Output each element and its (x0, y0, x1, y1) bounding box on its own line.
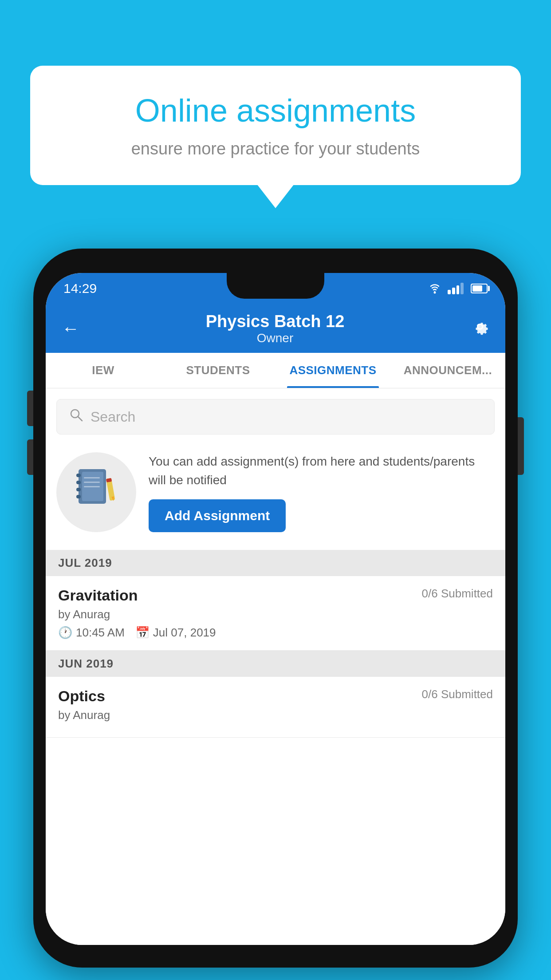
settings-button[interactable] (471, 317, 489, 340)
svg-rect-10 (84, 482, 100, 483)
assignment-meta: 🕐 10:45 AM 📅 Jul 07, 2019 (58, 626, 493, 640)
search-placeholder: Search (91, 409, 135, 425)
header-subtitle: Owner (206, 331, 345, 345)
section-header-jun: JUN 2019 (46, 651, 505, 677)
assignment-name-optics: Optics (58, 688, 105, 705)
assignment-item-optics[interactable]: Optics 0/6 Submitted by Anurag (46, 677, 505, 738)
tab-iew[interactable]: IEW (46, 353, 161, 388)
assignment-time: 🕐 10:45 AM (58, 626, 125, 640)
tab-announcements[interactable]: ANNOUNCEM... (390, 353, 505, 388)
svg-rect-5 (76, 481, 81, 484)
svg-rect-4 (76, 474, 81, 477)
battery-icon (471, 284, 488, 293)
speech-bubble-title: Online assignments (66, 92, 485, 129)
assignment-submitted-optics: 0/6 Submitted (422, 688, 493, 701)
assignment-name: Gravitation (58, 587, 138, 604)
add-assignment-button[interactable]: Add Assignment (149, 499, 286, 532)
assignment-top: Gravitation 0/6 Submitted (58, 587, 493, 604)
svg-rect-11 (84, 486, 100, 487)
search-bar[interactable]: Search (56, 399, 495, 435)
svg-point-0 (434, 292, 436, 294)
empty-state: You can add assignment(s) from here and … (56, 443, 495, 541)
speech-bubble-container: Online assignments ensure more practice … (30, 66, 521, 185)
wifi-icon (427, 283, 442, 294)
assignment-submitted: 0/6 Submitted (422, 587, 493, 601)
svg-rect-7 (76, 495, 81, 498)
clock-icon: 🕐 (58, 626, 72, 640)
svg-rect-9 (84, 477, 100, 478)
volume-down-button[interactable] (27, 439, 33, 475)
empty-state-content: You can add assignment(s) from here and … (149, 452, 495, 532)
assignment-date: 📅 Jul 07, 2019 (135, 626, 216, 640)
empty-state-icon (56, 452, 136, 532)
gear-icon (471, 317, 489, 336)
header-center: Physics Batch 12 Owner (206, 312, 345, 345)
assignment-item-gravitation[interactable]: Gravitation 0/6 Submitted by Anurag 🕐 10… (46, 576, 505, 651)
status-icons (427, 283, 488, 294)
calendar-icon: 📅 (135, 626, 150, 640)
content-area: Search (46, 388, 505, 945)
notebook-icon (74, 466, 118, 519)
tabs-bar: IEW STUDENTS ASSIGNMENTS ANNOUNCEM... (46, 353, 505, 388)
header-title: Physics Batch 12 (206, 312, 345, 331)
svg-rect-6 (76, 488, 81, 491)
search-icon (69, 407, 83, 426)
section-header-jul: JUL 2019 (46, 550, 505, 576)
power-button[interactable] (518, 417, 524, 475)
back-button[interactable]: ← (62, 319, 79, 339)
app-header: ← Physics Batch 12 Owner (46, 304, 505, 353)
tab-students[interactable]: STUDENTS (161, 353, 276, 388)
phone-frame: 14:29 (33, 249, 518, 968)
status-time: 14:29 (63, 281, 97, 296)
volume-up-button[interactable] (27, 391, 33, 426)
notch (227, 273, 324, 299)
assignment-top-optics: Optics 0/6 Submitted (58, 688, 493, 705)
signal-icon (448, 283, 464, 294)
assignment-author: by Anurag (58, 608, 493, 621)
speech-bubble-subtitle: ensure more practice for your students (66, 139, 485, 158)
assignment-author-optics: by Anurag (58, 708, 493, 722)
speech-bubble: Online assignments ensure more practice … (30, 66, 521, 185)
svg-line-2 (78, 417, 83, 421)
empty-state-description: You can add assignment(s) from here and … (149, 452, 495, 490)
phone-screen: 14:29 (46, 273, 505, 945)
tab-assignments[interactable]: ASSIGNMENTS (276, 353, 390, 388)
